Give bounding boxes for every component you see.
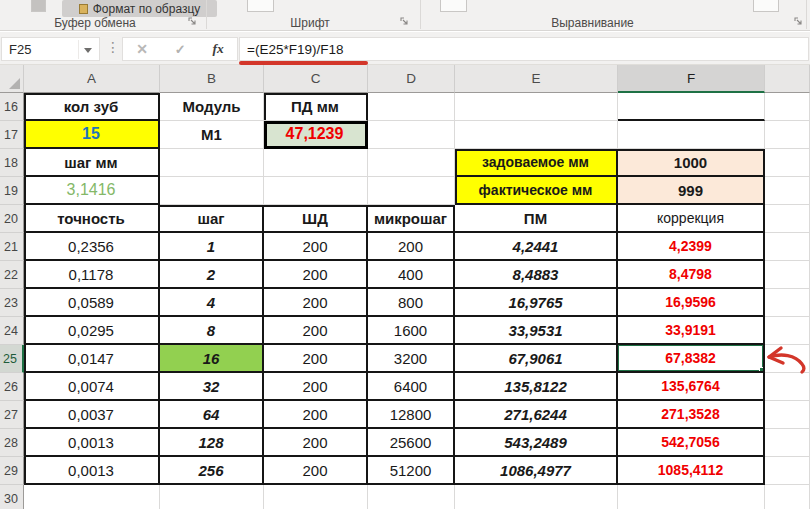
format-painter-button[interactable]: Формат по образцу <box>62 0 217 17</box>
column-header-b[interactable]: B <box>160 65 264 93</box>
cell-E17[interactable] <box>455 121 618 149</box>
cell-B25[interactable]: 16 <box>160 345 264 373</box>
cell-F18[interactable]: 1000 <box>618 149 765 177</box>
cell-G22[interactable] <box>765 261 810 289</box>
name-box-caret-icon[interactable] <box>84 48 92 53</box>
cell-B19[interactable] <box>160 177 264 205</box>
cell-C17[interactable]: 47,1239 <box>264 121 368 149</box>
cell-F20[interactable]: коррекция <box>618 205 765 233</box>
cell-B29[interactable]: 256 <box>160 457 264 485</box>
cell-C24[interactable]: 200 <box>264 317 368 345</box>
cell-F25[interactable]: 67,8382 <box>618 345 765 373</box>
column-header-a[interactable]: A <box>24 65 160 93</box>
cell-E26[interactable]: 135,8122 <box>455 373 618 401</box>
cell-E18[interactable]: задоваемое мм <box>455 149 618 177</box>
cell-D28[interactable]: 25600 <box>368 429 455 457</box>
cancel-icon[interactable]: ✕ <box>136 41 148 57</box>
cell-A26[interactable]: 0,0074 <box>24 373 160 401</box>
cell-G27[interactable] <box>765 401 810 429</box>
cell-B20[interactable]: шаг <box>160 205 264 233</box>
cell-B22[interactable]: 2 <box>160 261 264 289</box>
cell-C23[interactable]: 200 <box>264 289 368 317</box>
cell-E28[interactable]: 543,2489 <box>455 429 618 457</box>
fill-handle[interactable] <box>759 367 765 373</box>
cell-B17[interactable]: М1 <box>160 121 264 149</box>
select-all-corner[interactable] <box>0 65 24 93</box>
cell-F21[interactable]: 4,2399 <box>618 233 765 261</box>
cell-C18[interactable] <box>264 149 368 177</box>
cell-A24[interactable]: 0,0295 <box>24 317 160 345</box>
cell-G17[interactable] <box>765 121 810 149</box>
cell-C28[interactable]: 200 <box>264 429 368 457</box>
cell-E16[interactable] <box>455 93 618 121</box>
cell-A21[interactable]: 0,2356 <box>24 233 160 261</box>
cell-C21[interactable]: 200 <box>264 233 368 261</box>
cell-G30[interactable] <box>765 485 810 509</box>
cell-G23[interactable] <box>765 289 810 317</box>
row-header-24[interactable]: 24 <box>0 317 24 345</box>
formula-input[interactable]: =(E25*F19)/F18 <box>239 37 809 61</box>
cell-C19[interactable] <box>264 177 368 205</box>
cell-D21[interactable]: 200 <box>368 233 455 261</box>
cell-F19[interactable]: 999 <box>618 177 765 205</box>
dialog-launcher-icon[interactable] <box>188 17 198 27</box>
cell-B27[interactable]: 64 <box>160 401 264 429</box>
cell-C27[interactable]: 200 <box>264 401 368 429</box>
cell-F27[interactable]: 271,3528 <box>618 401 765 429</box>
cell-G19[interactable] <box>765 177 810 205</box>
row-header-20[interactable]: 20 <box>0 205 24 233</box>
cell-G29[interactable] <box>765 457 810 485</box>
cell-B26[interactable]: 32 <box>160 373 264 401</box>
cell-F22[interactable]: 8,4798 <box>618 261 765 289</box>
cell-D19[interactable] <box>368 177 455 205</box>
row-header-28[interactable]: 28 <box>0 429 24 457</box>
cell-F28[interactable]: 542,7056 <box>618 429 765 457</box>
cell-C25[interactable]: 200 <box>264 345 368 373</box>
cell-D30[interactable] <box>368 485 455 509</box>
column-header-g[interactable] <box>765 65 810 93</box>
cell-E19[interactable]: фактическое мм <box>455 177 618 205</box>
cell-E25[interactable]: 67,9061 <box>455 345 618 373</box>
cell-A27[interactable]: 0,0037 <box>24 401 160 429</box>
cell-F24[interactable]: 33,9191 <box>618 317 765 345</box>
dialog-launcher-icon[interactable] <box>794 17 804 27</box>
cell-A18[interactable]: шаг мм <box>24 149 160 177</box>
enter-icon[interactable]: ✓ <box>175 42 186 57</box>
cell-F23[interactable]: 16,9596 <box>618 289 765 317</box>
cell-G20[interactable] <box>765 205 810 233</box>
cell-E24[interactable]: 33,9531 <box>455 317 618 345</box>
cell-G16[interactable] <box>765 93 810 121</box>
column-header-d[interactable]: D <box>368 65 455 93</box>
cell-D17[interactable] <box>368 121 455 149</box>
cell-D29[interactable]: 51200 <box>368 457 455 485</box>
cell-B18[interactable] <box>160 149 264 177</box>
cell-E21[interactable]: 4,2441 <box>455 233 618 261</box>
cell-G28[interactable] <box>765 429 810 457</box>
dialog-launcher-icon[interactable] <box>400 17 410 27</box>
cell-F30[interactable] <box>618 485 765 509</box>
cell-B28[interactable]: 128 <box>160 429 264 457</box>
row-header-26[interactable]: 26 <box>0 373 24 401</box>
cell-A28[interactable]: 0,0013 <box>24 429 160 457</box>
cell-D18[interactable] <box>368 149 455 177</box>
row-header-25[interactable]: 25 <box>0 345 24 373</box>
cell-A30[interactable] <box>24 485 160 509</box>
cell-E20[interactable]: ПМ <box>455 205 618 233</box>
cell-C20[interactable]: ШД <box>264 205 368 233</box>
column-header-c[interactable]: C <box>264 65 368 93</box>
cell-F17[interactable] <box>618 121 765 149</box>
cell-A23[interactable]: 0,0589 <box>24 289 160 317</box>
cell-C29[interactable]: 200 <box>264 457 368 485</box>
cell-D27[interactable]: 12800 <box>368 401 455 429</box>
cell-F29[interactable]: 1085,4112 <box>618 457 765 485</box>
cell-D26[interactable]: 6400 <box>368 373 455 401</box>
cell-B30[interactable] <box>160 485 264 509</box>
row-header-30[interactable]: 30 <box>0 485 24 509</box>
row-header-23[interactable]: 23 <box>0 289 24 317</box>
name-box[interactable]: F25 <box>1 37 100 61</box>
cell-E22[interactable]: 8,4883 <box>455 261 618 289</box>
cell-C16[interactable]: ПД мм <box>264 93 368 121</box>
row-header-17[interactable]: 17 <box>0 121 24 149</box>
cell-E23[interactable]: 16,9765 <box>455 289 618 317</box>
cell-A25[interactable]: 0,0147 <box>24 345 160 373</box>
